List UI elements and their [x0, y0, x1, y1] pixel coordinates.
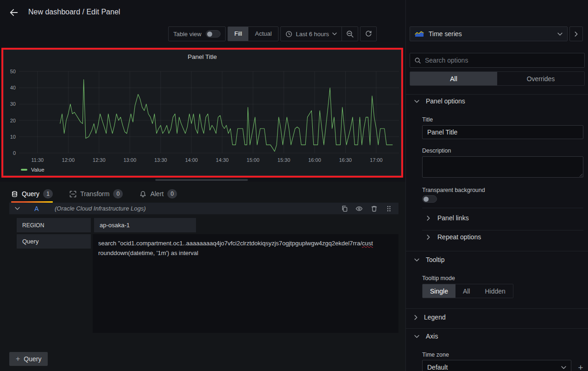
svg-text:30: 30: [10, 101, 16, 107]
bell-icon: [139, 191, 146, 198]
section-tooltip[interactable]: Tooltip: [414, 256, 444, 263]
query-row-A: A (Oracle Cloud Infrastructure Logs) REG…: [9, 203, 398, 333]
options-search[interactable]: [410, 53, 585, 68]
svg-text:20: 20: [10, 118, 16, 123]
arrow-left-icon: [9, 7, 19, 18]
visualization-name: Time series: [429, 30, 553, 38]
timezone-dropdown[interactable]: Default: [422, 360, 571, 371]
divider: [406, 308, 588, 309]
tab-overrides[interactable]: Overrides: [497, 72, 584, 85]
add-timezone-button[interactable]: +: [575, 362, 587, 371]
divider: [406, 328, 588, 329]
divider: [422, 230, 583, 230]
title-field-label: Title: [422, 116, 433, 123]
add-query-label: Query: [24, 355, 41, 363]
page-title: New dashboard / Edit Panel: [28, 8, 120, 16]
actual-option[interactable]: Actual: [248, 27, 278, 41]
query-row-actions: [339, 204, 398, 214]
tooltip-mode-single[interactable]: Single: [423, 284, 455, 298]
zoom-out-button[interactable]: [342, 27, 358, 41]
section-tooltip-label: Tooltip: [426, 256, 444, 263]
time-range-label: Last 6 hours: [296, 31, 329, 38]
chevron-right-icon: [427, 216, 430, 221]
timeseries-panel[interactable]: Panel Title 0102030405011:3012:0012:3013…: [3, 50, 401, 176]
resize-corner-icon[interactable]: [578, 173, 582, 177]
chevron-down-icon: [414, 100, 419, 103]
legend-swatch: [21, 169, 27, 171]
delete-query-button[interactable]: [369, 204, 379, 214]
tab-all-options[interactable]: All: [410, 72, 497, 85]
tab-alert[interactable]: Alert 0: [139, 186, 177, 201]
tab-transform-count: 0: [113, 189, 123, 198]
query-row-header[interactable]: A (Oracle Cloud Infrastructure Logs): [9, 203, 398, 214]
tab-query-count: 1: [43, 189, 53, 198]
tab-query[interactable]: Query 1: [11, 186, 53, 201]
time-picker-group: Last 6 hours: [280, 26, 358, 41]
duplicate-query-button[interactable]: [339, 204, 349, 214]
section-panel-options[interactable]: Panel options: [414, 97, 465, 105]
editor-tabs: Query 1 Transform 0 Alert 0: [11, 186, 177, 201]
search-icon: [414, 57, 421, 64]
svg-text:16:30: 16:30: [339, 157, 352, 163]
options-search-input[interactable]: [425, 57, 580, 64]
svg-text:12:30: 12:30: [93, 157, 106, 163]
tooltip-mode-all[interactable]: All: [455, 284, 478, 298]
refresh-button[interactable]: [360, 26, 377, 41]
svg-text:14:00: 14:00: [185, 157, 198, 163]
tab-transform-label: Transform: [80, 190, 109, 198]
tab-transform[interactable]: Transform 0: [70, 186, 123, 201]
visualization-picker[interactable]: Time series: [410, 26, 568, 41]
tooltip-mode-label: Tooltip mode: [422, 275, 455, 281]
timezone-label: Time zone: [422, 352, 449, 358]
legend-item-value[interactable]: Value: [21, 167, 44, 173]
timeseries-chart[interactable]: 0102030405011:3012:0012:3013:0013:3014:0…: [4, 50, 401, 175]
collapse-sidebar-button[interactable]: [569, 26, 583, 41]
timeseries-viz-icon: [415, 31, 424, 37]
time-range-picker[interactable]: Last 6 hours: [281, 27, 341, 41]
fill-option[interactable]: Fill: [228, 27, 249, 41]
toggle-visibility-button[interactable]: [354, 204, 364, 214]
table-view-toggle[interactable]: [206, 30, 221, 38]
section-panel-links-label: Panel links: [437, 214, 469, 222]
svg-text:12:00: 12:00: [62, 157, 75, 163]
query-text-line2: rounddown(datetime, '1m') as interval: [98, 248, 393, 258]
panel-description-textarea[interactable]: [422, 156, 583, 178]
svg-text:15:00: 15:00: [247, 157, 259, 163]
chevron-down-icon: [414, 258, 419, 262]
query-field-label: Query: [17, 234, 91, 249]
query-text-line1: search "ocid1.compartment.oc1..aaaaaaaaq…: [98, 238, 393, 248]
refresh-icon: [365, 30, 372, 38]
panel-title-input[interactable]: [422, 125, 583, 139]
query-datasource-name: (Oracle Cloud Infrastructure Logs): [55, 205, 146, 212]
zoom-out-icon: [346, 30, 354, 38]
clock-icon: [285, 31, 292, 38]
query-code-editor[interactable]: search "ocid1.compartment.oc1..aaaaaaaaq…: [93, 234, 398, 333]
section-axis[interactable]: Axis: [414, 333, 438, 340]
svg-text:13:30: 13:30: [154, 157, 167, 163]
svg-text:14:30: 14:30: [216, 157, 229, 163]
timezone-value: Default: [427, 364, 448, 371]
back-arrow-button[interactable]: [7, 6, 20, 19]
section-repeat-options[interactable]: Repeat options: [427, 233, 481, 241]
caret-down-icon: [557, 32, 563, 36]
transparent-bg-toggle[interactable]: [422, 195, 437, 203]
svg-text:40: 40: [10, 85, 16, 90]
drag-handle-icon[interactable]: [384, 204, 394, 214]
tooltip-mode-group: Single All Hidden: [422, 284, 513, 298]
region-field-value[interactable]: ap-osaka-1: [94, 218, 196, 232]
annotation-highlight-box: Panel Title 0102030405011:3012:0012:3013…: [1, 48, 403, 178]
divider: [406, 94, 588, 95]
tooltip-mode-hidden[interactable]: Hidden: [477, 284, 512, 298]
database-icon: [11, 191, 18, 198]
caret-down-icon: [561, 366, 566, 369]
svg-text:13:00: 13:00: [123, 157, 136, 163]
pane-resize-handle[interactable]: [155, 179, 248, 181]
chevron-down-icon[interactable]: [9, 207, 25, 210]
query-ref-id[interactable]: A: [25, 205, 48, 212]
section-legend[interactable]: Legend: [414, 313, 446, 321]
options-mode-tabs: All Overrides: [410, 71, 585, 86]
options-sidebar: Time series All Overrides Panel options …: [405, 0, 588, 371]
section-panel-links[interactable]: Panel links: [427, 214, 469, 222]
section-repeat-options-label: Repeat options: [437, 233, 481, 241]
add-query-button[interactable]: + Query: [9, 352, 48, 366]
